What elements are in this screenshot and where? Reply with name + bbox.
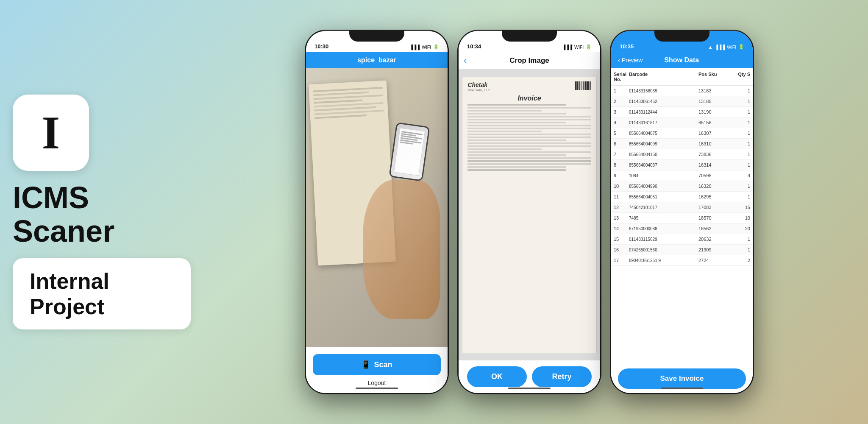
cell-barcode: 855664004037 [629, 163, 698, 167]
logout-link[interactable]: Logout [368, 379, 386, 386]
cell-barcode: 855664004051 [629, 195, 698, 199]
cell-barcode: 074265001560 [629, 248, 698, 252]
app-icon-letter: I [42, 109, 60, 156]
phone1-home-indicator [356, 388, 398, 389]
table-row: 15 011433115629 20632 1 [611, 234, 753, 245]
cell-qty: 1 [733, 184, 750, 189]
scan-button-label: Scan [374, 360, 392, 369]
cell-serial: 14 [614, 226, 629, 231]
cell-barcode: 011433161817 [629, 120, 698, 125]
cell-serial: 3 [614, 109, 629, 114]
invoice-company-name: Chetak [467, 81, 490, 88]
phone3-notch [654, 30, 709, 42]
crop-nav-title: Crop Image [509, 56, 549, 65]
table-row: 17 890401861251 9 2724 2 [611, 255, 753, 266]
invoice-line-11 [467, 134, 591, 135]
invoice-company-sub: New York, LLC [467, 88, 490, 92]
save-invoice-button[interactable]: Save Invoice [618, 368, 746, 389]
wifi-icon: WiFi [574, 45, 584, 50]
invoice-line-1 [467, 104, 566, 106]
crop-retry-button[interactable]: Retry [532, 366, 592, 387]
phone1-nav-bar: spice_bazar [306, 52, 448, 68]
table-row: 4 011433161817 65158 1 [611, 117, 753, 128]
phone-crop: 10:34 ▐▐▐ WiFi 🔋 ‹ Crop Image Chetak [457, 30, 601, 394]
project-badge: Internal Project [13, 258, 191, 329]
cell-sku: 16314 [698, 162, 733, 167]
cell-barcode: 011433112444 [629, 110, 698, 114]
cell-serial: 15 [614, 237, 629, 242]
cell-sku: 13190 [698, 109, 733, 114]
wifi-icon: WiFi [422, 45, 431, 50]
cell-sku: 20632 [698, 237, 733, 242]
invoice-line-7 [467, 122, 566, 123]
table-row: 6 855664004099 16310 1 [611, 139, 753, 149]
mini-phone-screen [390, 123, 429, 180]
invoice-line-2 [467, 107, 591, 109]
phone3-time: 10:35 [620, 43, 634, 50]
location-icon: ▲ [708, 45, 713, 50]
scan-photo [306, 68, 448, 347]
invoice-line-20 [467, 160, 591, 162]
invoice-line-22 [467, 166, 566, 168]
cell-barcode: 871950000088 [629, 226, 698, 231]
cell-serial: 10 [614, 184, 629, 189]
invoice-header: Chetak New York, LLC [467, 81, 591, 92]
phone3-status-icons: ▲ ▐▐▐ WiFi 🔋 [708, 44, 744, 50]
phone1-nav-title: spice_bazar [357, 56, 396, 64]
project-label: Internal Project [30, 269, 109, 319]
invoice-line-8 [467, 125, 591, 126]
cell-serial: 1 [614, 88, 629, 93]
table-row: 2 011433061452 13185 1 [611, 96, 753, 107]
phone2-status-icons: ▐▐▐ WiFi 🔋 [562, 44, 592, 50]
cell-sku: 18562 [698, 226, 733, 231]
invoice-line-17 [467, 151, 591, 153]
crop-ok-button[interactable]: OK [467, 366, 527, 387]
invoice-line-23 [467, 169, 566, 171]
scan-button[interactable]: 📱 Scan [313, 354, 441, 375]
signal-icon: ▐▐▐ [410, 45, 420, 50]
cell-serial: 13 [614, 215, 629, 220]
cell-barcode: 1084 [629, 173, 698, 178]
invoice-barcode [575, 81, 591, 90]
cell-serial: 2 [614, 99, 629, 104]
invoice-preview: Chetak New York, LLC [462, 77, 596, 353]
cell-qty: 1 [733, 131, 750, 136]
signal-icon: ▐▐▐ [715, 45, 725, 50]
table-row: 1 011433158039 13163 1 [611, 86, 753, 96]
mini-phone [389, 122, 430, 181]
data-table-body: 1 011433158039 13163 1 2 011433061452 13… [611, 86, 753, 364]
data-back-button[interactable]: ‹ Preview [618, 57, 643, 64]
signal-icon: ▐▐▐ [562, 45, 572, 50]
cell-sku: 18570 [698, 215, 733, 220]
invoice-content: Chetak New York, LLC [462, 77, 596, 176]
cell-qty: 1 [733, 99, 750, 104]
cell-serial: 4 [614, 120, 629, 125]
cell-barcode: 855664004099 [629, 142, 698, 146]
hand-element [363, 180, 441, 319]
cell-serial: 11 [614, 194, 629, 199]
cell-sku: 70598 [698, 173, 733, 178]
crop-back-button[interactable]: ‹ [464, 55, 467, 66]
table-row: 14 871950000088 18562 20 [611, 223, 753, 234]
cell-serial: 7 [614, 152, 629, 157]
crop-nav-bar: ‹ Crop Image [459, 52, 600, 70]
phone-scanner: 10:30 ▐▐▐ WiFi 🔋 spice_bazar [305, 30, 449, 394]
phone1-screen: 10:30 ▐▐▐ WiFi 🔋 spice_bazar [306, 31, 448, 393]
cell-serial: 17 [614, 258, 629, 263]
cell-qty: 1 [733, 88, 750, 93]
phone1-notch [349, 30, 404, 42]
cell-sku: 16320 [698, 184, 733, 189]
cell-barcode: 855664004075 [629, 131, 698, 136]
battery-icon: 🔋 [738, 44, 744, 50]
barcode-graphic [575, 81, 591, 90]
data-table-header: Serial No. Barcode Pos Sku Qty S [611, 68, 753, 86]
cell-qty: 1 [733, 152, 750, 157]
table-row: 13 7485 18570 10 [611, 213, 753, 223]
cell-qty: 4 [733, 173, 750, 178]
app-title: ICMS Scaner [13, 181, 114, 248]
cell-barcode: 011433115629 [629, 237, 698, 242]
table-row: 3 011433112444 13190 1 [611, 107, 753, 117]
crop-image-area: Chetak New York, LLC [459, 70, 600, 360]
cell-qty: 2 [733, 258, 750, 263]
table-row: 8 855664004037 16314 1 [611, 160, 753, 170]
